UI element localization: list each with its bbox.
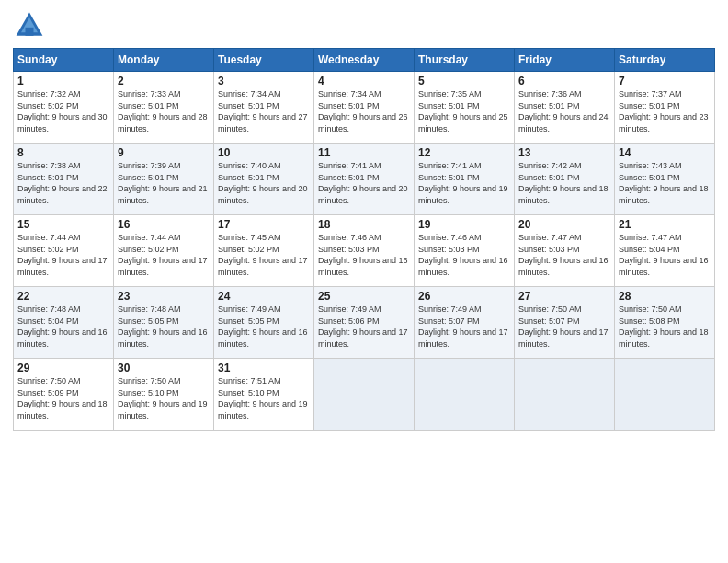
calendar-cell: 14 Sunrise: 7:43 AMSunset: 5:01 PMDaylig…: [615, 144, 715, 215]
calendar-cell: 15 Sunrise: 7:44 AMSunset: 5:02 PMDaylig…: [14, 215, 114, 287]
day-number: 6: [518, 75, 610, 87]
day-info: Sunrise: 7:45 AMSunset: 5:02 PMDaylight:…: [218, 232, 310, 278]
day-info: Sunrise: 7:50 AMSunset: 5:10 PMDaylight:…: [118, 375, 210, 421]
calendar-cell: [415, 359, 515, 431]
day-info: Sunrise: 7:51 AMSunset: 5:10 PMDaylight:…: [218, 375, 310, 421]
day-number: 24: [218, 290, 310, 303]
day-number: 9: [118, 146, 210, 159]
day-number: 15: [17, 218, 109, 231]
day-info: Sunrise: 7:43 AMSunset: 5:01 PMDaylight:…: [619, 160, 711, 206]
day-info: Sunrise: 7:38 AMSunset: 5:01 PMDaylight:…: [17, 160, 109, 206]
calendar-cell: 11 Sunrise: 7:41 AMSunset: 5:01 PMDaylig…: [314, 144, 415, 215]
day-number: 25: [318, 290, 410, 303]
calendar-cell: [615, 359, 715, 431]
calendar-cell: 13 Sunrise: 7:42 AMSunset: 5:01 PMDaylig…: [515, 144, 615, 215]
day-info: Sunrise: 7:41 AMSunset: 5:01 PMDaylight:…: [418, 160, 510, 206]
calendar-cell: 3 Sunrise: 7:34 AMSunset: 5:01 PMDayligh…: [214, 72, 314, 144]
calendar-cell: 17 Sunrise: 7:45 AMSunset: 5:02 PMDaylig…: [214, 215, 314, 287]
calendar-cell: 5 Sunrise: 7:35 AMSunset: 5:01 PMDayligh…: [415, 72, 515, 144]
day-number: 18: [318, 218, 410, 231]
logo-icon: [13, 9, 46, 42]
day-number: 11: [318, 146, 410, 159]
day-number: 21: [619, 218, 711, 231]
day-number: 16: [118, 218, 210, 231]
day-info: Sunrise: 7:46 AMSunset: 5:03 PMDaylight:…: [418, 232, 510, 278]
day-info: Sunrise: 7:37 AMSunset: 5:01 PMDaylight:…: [619, 88, 711, 134]
day-info: Sunrise: 7:49 AMSunset: 5:06 PMDaylight:…: [318, 304, 410, 350]
calendar-table: SundayMondayTuesdayWednesdayThursdayFrid…: [13, 48, 715, 431]
day-number: 22: [17, 290, 109, 303]
day-info: Sunrise: 7:49 AMSunset: 5:07 PMDaylight:…: [418, 304, 510, 350]
calendar-cell: 9 Sunrise: 7:39 AMSunset: 5:01 PMDayligh…: [114, 144, 214, 215]
calendar-header-tuesday: Tuesday: [214, 49, 314, 72]
day-info: Sunrise: 7:33 AMSunset: 5:01 PMDaylight:…: [118, 88, 210, 134]
calendar-cell: 7 Sunrise: 7:37 AMSunset: 5:01 PMDayligh…: [615, 72, 715, 144]
day-number: 8: [17, 146, 109, 159]
day-info: Sunrise: 7:34 AMSunset: 5:01 PMDaylight:…: [218, 88, 310, 134]
calendar-header-sunday: Sunday: [14, 49, 114, 72]
day-info: Sunrise: 7:32 AMSunset: 5:02 PMDaylight:…: [17, 88, 109, 134]
day-info: Sunrise: 7:34 AMSunset: 5:01 PMDaylight:…: [318, 88, 410, 134]
day-info: Sunrise: 7:39 AMSunset: 5:01 PMDaylight:…: [118, 160, 210, 206]
day-info: Sunrise: 7:50 AMSunset: 5:08 PMDaylight:…: [619, 304, 711, 350]
calendar-cell: 26 Sunrise: 7:49 AMSunset: 5:07 PMDaylig…: [415, 287, 515, 359]
day-number: 27: [518, 290, 610, 303]
calendar-cell: 6 Sunrise: 7:36 AMSunset: 5:01 PMDayligh…: [515, 72, 615, 144]
day-number: 19: [418, 218, 510, 231]
day-number: 14: [619, 146, 711, 159]
calendar-cell: 8 Sunrise: 7:38 AMSunset: 5:01 PMDayligh…: [14, 144, 114, 215]
day-info: Sunrise: 7:36 AMSunset: 5:01 PMDaylight:…: [518, 88, 610, 134]
day-number: 13: [518, 146, 610, 159]
calendar-cell: 4 Sunrise: 7:34 AMSunset: 5:01 PMDayligh…: [314, 72, 415, 144]
calendar-week-3: 15 Sunrise: 7:44 AMSunset: 5:02 PMDaylig…: [14, 215, 715, 287]
day-number: 31: [218, 362, 310, 374]
day-number: 17: [218, 218, 310, 231]
calendar-cell: 24 Sunrise: 7:49 AMSunset: 5:05 PMDaylig…: [214, 287, 314, 359]
calendar-cell: 1 Sunrise: 7:32 AMSunset: 5:02 PMDayligh…: [14, 72, 114, 144]
calendar-header-row: SundayMondayTuesdayWednesdayThursdayFrid…: [14, 49, 715, 72]
day-info: Sunrise: 7:48 AMSunset: 5:05 PMDaylight:…: [118, 304, 210, 350]
calendar-week-4: 22 Sunrise: 7:48 AMSunset: 5:04 PMDaylig…: [14, 287, 715, 359]
day-number: 23: [118, 290, 210, 303]
calendar-week-5: 29 Sunrise: 7:50 AMSunset: 5:09 PMDaylig…: [14, 359, 715, 431]
day-number: 28: [619, 290, 711, 303]
day-number: 30: [118, 362, 210, 374]
day-info: Sunrise: 7:46 AMSunset: 5:03 PMDaylight:…: [318, 232, 410, 278]
calendar-cell: 20 Sunrise: 7:47 AMSunset: 5:03 PMDaylig…: [515, 215, 615, 287]
calendar-header-saturday: Saturday: [615, 49, 715, 72]
day-info: Sunrise: 7:50 AMSunset: 5:07 PMDaylight:…: [518, 304, 610, 350]
day-info: Sunrise: 7:47 AMSunset: 5:04 PMDaylight:…: [619, 232, 711, 278]
calendar-cell: 21 Sunrise: 7:47 AMSunset: 5:04 PMDaylig…: [615, 215, 715, 287]
calendar-cell: 19 Sunrise: 7:46 AMSunset: 5:03 PMDaylig…: [415, 215, 515, 287]
day-number: 4: [318, 75, 410, 87]
day-info: Sunrise: 7:41 AMSunset: 5:01 PMDaylight:…: [318, 160, 410, 206]
calendar-cell: 16 Sunrise: 7:44 AMSunset: 5:02 PMDaylig…: [114, 215, 214, 287]
day-info: Sunrise: 7:49 AMSunset: 5:05 PMDaylight:…: [218, 304, 310, 350]
calendar-header-thursday: Thursday: [415, 49, 515, 72]
calendar-cell: 12 Sunrise: 7:41 AMSunset: 5:01 PMDaylig…: [415, 144, 515, 215]
day-info: Sunrise: 7:35 AMSunset: 5:01 PMDaylight:…: [418, 88, 510, 134]
day-info: Sunrise: 7:40 AMSunset: 5:01 PMDaylight:…: [218, 160, 310, 206]
day-info: Sunrise: 7:42 AMSunset: 5:01 PMDaylight:…: [518, 160, 610, 206]
calendar-page: SundayMondayTuesdayWednesdayThursdayFrid…: [0, 0, 728, 563]
day-number: 1: [17, 75, 109, 87]
day-info: Sunrise: 7:48 AMSunset: 5:04 PMDaylight:…: [17, 304, 109, 350]
day-number: 29: [17, 362, 109, 374]
day-number: 20: [518, 218, 610, 231]
calendar-cell: 22 Sunrise: 7:48 AMSunset: 5:04 PMDaylig…: [14, 287, 114, 359]
day-number: 3: [218, 75, 310, 87]
day-number: 10: [218, 146, 310, 159]
calendar-cell: 29 Sunrise: 7:50 AMSunset: 5:09 PMDaylig…: [14, 359, 114, 431]
calendar-header-monday: Monday: [114, 49, 214, 72]
calendar-cell: 10 Sunrise: 7:40 AMSunset: 5:01 PMDaylig…: [214, 144, 314, 215]
day-info: Sunrise: 7:47 AMSunset: 5:03 PMDaylight:…: [518, 232, 610, 278]
calendar-cell: 31 Sunrise: 7:51 AMSunset: 5:10 PMDaylig…: [214, 359, 314, 431]
header: [13, 9, 715, 42]
calendar-cell: [515, 359, 615, 431]
calendar-cell: 18 Sunrise: 7:46 AMSunset: 5:03 PMDaylig…: [314, 215, 415, 287]
calendar-week-1: 1 Sunrise: 7:32 AMSunset: 5:02 PMDayligh…: [14, 72, 715, 144]
calendar-header-friday: Friday: [515, 49, 615, 72]
calendar-cell: [314, 359, 415, 431]
svg-rect-2: [26, 28, 34, 36]
day-number: 12: [418, 146, 510, 159]
